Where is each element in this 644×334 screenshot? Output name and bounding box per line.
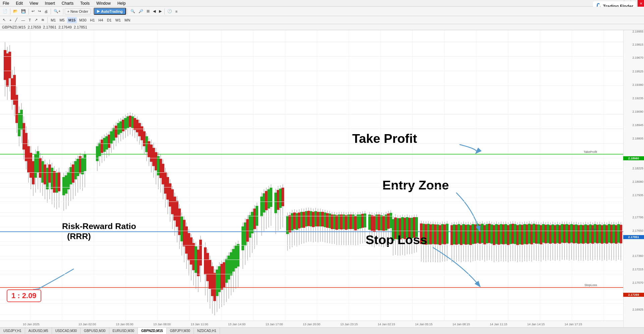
open-button[interactable]: 📂 (12, 8, 19, 15)
svg-rect-145 (136, 120, 139, 132)
menu-insert[interactable]: Insert (44, 1, 56, 6)
tab-gbpnzd[interactable]: GBPNZD,M15 (138, 328, 166, 334)
tf-m30[interactable]: M30 (78, 17, 88, 23)
sep5 (92, 8, 92, 14)
svg-rect-149 (141, 126, 143, 141)
redo-button[interactable]: ↪ (37, 8, 42, 15)
symbol-close: 2.17851 (74, 25, 87, 29)
tf-m5[interactable]: M5 (58, 17, 66, 23)
tab-nzdcad[interactable]: NZDCAD,H1 (194, 328, 220, 334)
tf-h4[interactable]: H4 (97, 17, 105, 23)
tf-d1[interactable]: D1 (106, 17, 113, 23)
time-label: 13 Jan 08:00 (153, 323, 171, 326)
svg-rect-179 (176, 201, 178, 227)
hline-tool[interactable]: — (20, 17, 26, 23)
sl-price-label: 2.17269 (623, 293, 644, 297)
menu-charts[interactable]: Charts (60, 1, 75, 6)
tf-m15[interactable]: M15 (67, 17, 77, 23)
svg-rect-391 (441, 224, 444, 244)
fit-screen-btn[interactable]: ⊞ (145, 8, 151, 15)
menu-window[interactable]: Window (95, 1, 112, 6)
svg-rect-501 (573, 225, 575, 243)
svg-rect-215 (220, 264, 223, 290)
svg-rect-505 (577, 225, 580, 243)
tab-gbpjpy[interactable]: GBPJPY,M30 (167, 328, 194, 334)
tab-usdjpy[interactable]: USDJPY,H1 (0, 328, 25, 334)
zoom-out-btn[interactable]: 🔎 (137, 8, 145, 15)
symbol-bar: GBPNZD,M15 2.17659 2.17861 2.17649 2.178… (0, 24, 644, 30)
arrow-tool[interactable]: ↗ (33, 17, 39, 23)
tf-w1[interactable]: W1 (114, 17, 122, 23)
grid-line (0, 42, 623, 42)
menu-tools[interactable]: Tools (79, 1, 91, 6)
svg-rect-397 (450, 225, 453, 245)
periodic-btn[interactable]: 🕐 (166, 8, 173, 15)
svg-rect-519 (594, 224, 596, 242)
svg-rect-475 (542, 224, 545, 242)
price-tick: 2.18805 (632, 137, 643, 140)
fib-tool[interactable]: ≋ (40, 17, 46, 23)
svg-rect-59 (22, 123, 25, 150)
svg-rect-89 (58, 172, 60, 191)
tf-mn[interactable]: MN (123, 17, 131, 23)
svg-rect-193 (192, 243, 195, 270)
svg-rect-239 (251, 212, 254, 233)
svg-rect-473 (540, 225, 542, 244)
new-order-button[interactable]: + New Order (65, 8, 91, 14)
svg-rect-167 (162, 164, 164, 184)
svg-rect-49 (11, 78, 13, 100)
svg-rect-541 (620, 225, 622, 243)
svg-rect-531 (608, 224, 610, 242)
undo-button[interactable]: ↩ (30, 8, 36, 15)
price-tick: 2.17070 (632, 281, 643, 284)
svg-rect-309 (340, 215, 343, 229)
svg-rect-469 (535, 224, 538, 243)
svg-rect-241 (253, 209, 256, 229)
scroll-left-btn[interactable]: ◀ (152, 8, 157, 15)
tf-h1[interactable]: H1 (89, 17, 96, 23)
svg-rect-417 (474, 224, 477, 243)
line-tool[interactable]: ╱ (14, 17, 19, 23)
crosshair-tool[interactable]: + (8, 17, 13, 23)
close-button[interactable]: ✕ (637, 0, 644, 7)
tab-eurusd[interactable]: EURUSD,M30 (109, 328, 138, 334)
print-button[interactable]: 🖨 (43, 8, 49, 15)
menu-view[interactable]: View (28, 1, 40, 6)
time-label: 13 Jan 17:00 (265, 323, 283, 326)
svg-rect-481 (549, 225, 552, 243)
svg-rect-449 (512, 224, 514, 243)
svg-rect-79 (46, 168, 49, 189)
svg-rect-479 (547, 224, 549, 243)
grid-line (0, 303, 623, 303)
zoom-in-button[interactable]: 🔍+ (52, 8, 62, 15)
svg-rect-53 (15, 95, 18, 123)
tf-m1[interactable]: M1 (49, 17, 57, 23)
chart-canvas[interactable]: TakeProfit Entry StopLoss Take Profit En… (0, 30, 623, 321)
sep1 (10, 8, 10, 14)
tab-usdcad[interactable]: USDCAD,M30 (52, 328, 80, 334)
menu-help[interactable]: Help (116, 1, 127, 6)
grid-line (0, 231, 623, 231)
scroll-right-btn[interactable]: ▶ (158, 8, 163, 15)
new-chart-button[interactable]: 📄 (1, 8, 9, 15)
tab-gbpusd[interactable]: GBPUSD,M30 (80, 328, 109, 334)
svg-rect-333 (371, 215, 373, 231)
zoom-in-btn2[interactable]: 🔍 (129, 8, 137, 15)
menu-edit[interactable]: Edit (14, 1, 24, 6)
auto-trading-button[interactable]: ▶ AutoTrading (94, 8, 126, 15)
cursor-tool[interactable]: ↖ (1, 17, 7, 23)
menu-file[interactable]: File (1, 1, 10, 6)
price-tick: 2.18080 (632, 180, 643, 183)
text-tool[interactable]: T (27, 17, 32, 23)
svg-rect-251 (267, 189, 270, 209)
menu-bar: File Edit View Insert Charts Tools Windo… (0, 0, 644, 7)
svg-rect-273 (298, 213, 301, 228)
save-button[interactable]: 💾 (20, 8, 27, 15)
price-tick: 2.17360 (632, 254, 643, 258)
svg-rect-395 (446, 224, 448, 243)
svg-rect-405 (460, 225, 463, 245)
svg-rect-295 (324, 213, 326, 227)
svg-rect-445 (507, 225, 509, 245)
templates-btn[interactable]: ≡ (174, 8, 179, 15)
tab-audusd[interactable]: AUDUSD,M5 (25, 328, 52, 334)
